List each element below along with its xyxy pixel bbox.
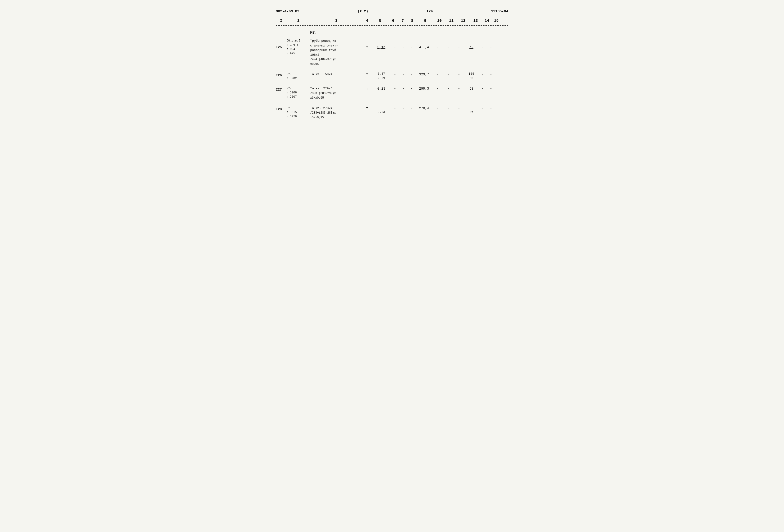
table-row: I27 -"-п.I006п.I007 То же, 2I9x4 /303+(3…: [276, 86, 508, 100]
row-125-ref: Сб.д.в.Iп.1 ч.Уп.994п.995: [287, 39, 310, 56]
col-header-4: 4: [363, 19, 372, 23]
row-128-desc: То же, 273x4 /283+(283-28I)xx5/x0,95: [310, 106, 363, 120]
row-127-col14: -: [479, 86, 487, 90]
row-126-col6: -: [391, 72, 399, 76]
row-125-col15: -: [487, 39, 495, 49]
col-header-15: 15: [492, 19, 501, 23]
row-125-unit: т: [363, 39, 372, 49]
row-128-col14: -: [479, 106, 487, 110]
row-126-col14: -: [479, 72, 487, 76]
row-125-col6: -: [391, 39, 399, 49]
table-row: I28 -"-п.I0I5п.I0I6 То же, 273x4 /283+(2…: [276, 106, 508, 120]
section-label: М7.: [310, 31, 508, 35]
col-header-3: 3: [310, 19, 363, 23]
col-header-1: I: [276, 19, 287, 23]
row-127-desc: То же, 2I9x4 /303+(303-299)xx3/x0,95: [310, 86, 363, 100]
row-128-col15: -: [487, 106, 495, 110]
header-right: 19105-04: [491, 9, 508, 13]
header-center-left: (X.2): [358, 9, 368, 13]
table-row: I25 Сб.д.в.Iп.1 ч.Уп.994п.995 Трубопрово…: [276, 39, 508, 66]
row-125-col8: -: [408, 39, 416, 49]
row-126-col15: -: [487, 72, 495, 76]
row-126-col11: -: [443, 72, 454, 76]
col-header-14: 14: [482, 19, 492, 23]
column-headers: I 2 3 4 5 6 7 8 9 10 11 12 13 14 15: [276, 17, 508, 24]
row-128-col6: -: [391, 106, 399, 110]
row-127-col10: -: [432, 86, 443, 90]
row-128-col8: -: [408, 106, 416, 110]
row-125-col7: -: [399, 39, 408, 49]
col-header-2: 2: [287, 19, 310, 23]
row-125-col14: -: [479, 39, 487, 49]
page-header: 902-4-6М.83 (X.2) I24 19105-04: [276, 9, 508, 13]
row-126-col10: -: [432, 72, 443, 76]
row-125-col11: -: [443, 39, 454, 49]
row-128-col12: -: [454, 106, 465, 110]
row-127-ref: -"-п.I006п.I007: [287, 86, 310, 99]
row-126-col12: -: [454, 72, 465, 76]
row-128-col10: -: [432, 106, 443, 110]
col-header-8: 8: [408, 19, 417, 23]
header-center: I24: [426, 9, 433, 13]
col-header-7: 7: [398, 19, 408, 23]
row-126-ref: -"-п.I002: [287, 72, 310, 81]
row-127-col15: -: [487, 86, 495, 90]
row-125-col9: 4II,4: [416, 39, 432, 49]
col-header-12: 12: [457, 19, 469, 23]
row-126-col7: -: [399, 72, 408, 76]
row-127-col9: 299,3: [416, 86, 432, 90]
row-125-col10: -: [432, 39, 443, 49]
col-header-11: 11: [445, 19, 457, 23]
row-125-col5: 0,15: [372, 39, 391, 49]
header-left: 902-4-6М.83: [276, 9, 300, 13]
row-125-desc: Трубопровод изстальных элект-росварных т…: [310, 39, 363, 66]
col-header-13: 13: [469, 19, 482, 23]
row-125-col13: 62: [465, 39, 479, 49]
bottom-header-dashed-line: [276, 25, 508, 26]
top-dashed-line: [276, 16, 508, 16]
row-127-col13: 69: [465, 86, 479, 90]
row-127-col7: -: [399, 86, 408, 90]
row-127-col8: -: [408, 86, 416, 90]
row-127-col11: -: [443, 86, 454, 90]
row-126-col8: -: [408, 72, 416, 76]
row-128-col9: 278,4: [416, 106, 432, 110]
col-header-9: 9: [417, 19, 433, 23]
row-128-col5: — 0,I3: [372, 106, 391, 114]
row-127-col6: -: [391, 86, 399, 90]
row-126-col9: 329,7: [416, 72, 432, 76]
row-126-desc: То же, I59x4: [310, 72, 363, 77]
row-125-col12: -: [454, 39, 465, 49]
row-128-col13: — 36: [465, 106, 479, 114]
col-header-6: 6: [389, 19, 398, 23]
row-128-col11: -: [443, 106, 454, 110]
row-127-col12: -: [454, 86, 465, 90]
table-row: I26 -"-п.I002 То же, I59x4 т 0,47 0,I9 -…: [276, 72, 508, 81]
row-125-num: I25: [276, 39, 287, 49]
row-128-unit: т: [363, 106, 372, 110]
row-126-num: I26: [276, 72, 287, 77]
row-126-unit: т: [363, 72, 372, 76]
row-128-num: I28: [276, 106, 287, 111]
row-127-num: I27: [276, 86, 287, 91]
row-128-ref: -"-п.I0I5п.I0I6: [287, 106, 310, 119]
row-127-unit: т: [363, 86, 372, 90]
row-128-col7: -: [399, 106, 408, 110]
col-header-5: 5: [372, 19, 389, 23]
row-126-col13: I55 63: [465, 72, 479, 80]
col-header-10: 10: [433, 19, 445, 23]
row-126-col5: 0,47 0,I9: [372, 72, 391, 80]
row-127-col5: 0,23: [372, 86, 391, 90]
